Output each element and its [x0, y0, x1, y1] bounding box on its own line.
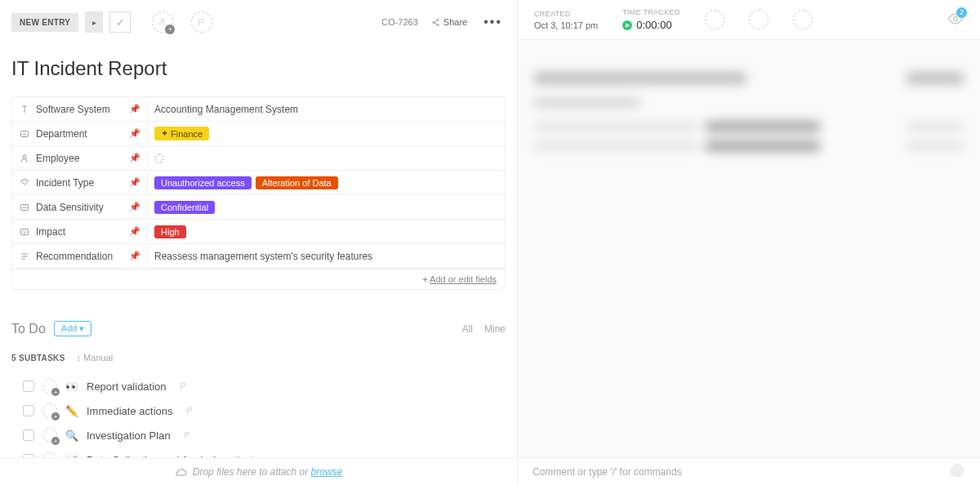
assignee-add[interactable]: + — [152, 11, 173, 33]
subtask-emoji-icon: 👀 — [65, 380, 78, 393]
flag-icon[interactable] — [184, 431, 192, 439]
custom-fields: Software System📌 Accounting Management S… — [11, 96, 506, 290]
person-icon — [19, 153, 30, 164]
subtask-row[interactable]: 👀 Report validation — [11, 374, 506, 398]
priority-set[interactable] — [191, 11, 212, 33]
filter-mine[interactable]: Mine — [484, 323, 506, 335]
attachment-dropzone[interactable]: Drop files here to attach or browse — [0, 458, 517, 485]
pin-icon[interactable]: 📌 — [129, 226, 140, 237]
send-icon[interactable] — [949, 462, 965, 481]
complete-button[interactable]: ✓ — [109, 11, 131, 33]
field-label: Software System — [36, 104, 110, 115]
subtasks-list: 👀 Report validation ✏️ Immediate actions… — [11, 374, 506, 457]
tracked-value: 0:00:00 — [636, 19, 671, 31]
pin-icon[interactable]: 📌 — [129, 104, 140, 114]
assignee-add-mini[interactable] — [42, 428, 57, 443]
svg-rect-7 — [21, 229, 29, 234]
sort-control[interactable]: ↕ Manual — [77, 353, 114, 363]
subtask-emoji-icon: 🔍 — [65, 429, 78, 442]
flag-icon — [198, 18, 207, 27]
created-label: CREATED — [534, 10, 598, 18]
svg-point-1 — [437, 19, 439, 20]
pin-icon[interactable]: 📌 — [129, 177, 140, 188]
add-subtask-button[interactable]: Add ▾ — [54, 321, 92, 336]
pin-icon[interactable]: 📌 — [129, 202, 140, 212]
subtask-name: Immediate actions — [87, 405, 173, 417]
recommendation-value[interactable]: Reassess management system's security fe… — [147, 247, 505, 266]
svg-rect-4 — [21, 131, 29, 136]
field-label: Department — [36, 128, 87, 140]
activity-panel — [518, 40, 980, 194]
field-label: Incident Type — [36, 177, 94, 189]
svg-point-0 — [161, 19, 164, 22]
incident-type-value[interactable]: Unauthorized accessAlteration of Data — [147, 172, 505, 194]
tracked-label: TIME TRACKED — [622, 8, 679, 16]
cloud-icon — [175, 465, 188, 478]
svg-rect-6 — [21, 204, 29, 210]
assignee-add-mini[interactable] — [42, 379, 57, 394]
dropdown-icon — [19, 202, 30, 213]
field-label: Data Sensitivity — [36, 202, 104, 213]
new-entry-button[interactable]: NEW ENTRY — [11, 13, 78, 32]
tag-icon — [19, 177, 30, 189]
software-system-value[interactable]: Accounting Management System — [147, 100, 505, 119]
subtask-name: Report validation — [87, 380, 167, 393]
text-icon — [19, 104, 30, 115]
svg-point-3 — [437, 24, 439, 25]
subtask-row[interactable]: 🔍 Investigation Plan — [11, 423, 506, 447]
checkbox[interactable] — [23, 380, 34, 392]
right-header: CREATED Oct 3, 10:17 pm TIME TRACKED ▶0:… — [518, 0, 980, 40]
svg-point-2 — [433, 21, 434, 23]
subtask-row[interactable]: ✏️ Immediate actions — [11, 398, 506, 423]
task-id: CO-7263 — [381, 17, 418, 27]
comment-input[interactable]: Comment or type '/' for commands — [532, 466, 682, 478]
flag-icon[interactable] — [180, 382, 188, 390]
svg-point-5 — [23, 155, 26, 158]
subtask-row[interactable]: 📊 Data Collection and Analysis — [11, 447, 506, 457]
subtask-name: Investigation Plan — [87, 429, 171, 442]
text-icon — [19, 251, 30, 262]
subtasks-count: 5 SUBTASKS — [11, 354, 65, 363]
subtask-emoji-icon: ✏️ — [65, 405, 78, 417]
checkbox[interactable] — [23, 405, 34, 416]
field-label: Recommendation — [36, 251, 113, 262]
share-button[interactable]: Share — [425, 14, 474, 30]
pin-icon[interactable]: 📌 — [129, 153, 140, 163]
share-icon — [431, 18, 440, 27]
field-label: Impact — [36, 226, 65, 238]
dropdown-icon — [19, 226, 30, 238]
impact-value[interactable]: High — [147, 221, 505, 242]
timer-action[interactable] — [705, 10, 724, 29]
dropdown-icon — [19, 128, 30, 140]
employee-value[interactable] — [147, 149, 505, 167]
toolbar: NEW ENTRY ▸ ✓ + CO-7263 Share ••• — [11, 11, 506, 33]
field-label: Employee — [36, 153, 79, 164]
pin-icon[interactable]: 📌 — [129, 251, 140, 261]
todo-title: To Do — [11, 322, 46, 336]
filter-all[interactable]: All — [462, 323, 473, 335]
browse-link[interactable]: browse — [311, 466, 343, 478]
timer-action[interactable] — [749, 10, 768, 29]
pin-icon[interactable]: 📌 — [129, 128, 140, 139]
page-title: IT Incident Report — [11, 57, 506, 80]
timer-action[interactable] — [793, 10, 813, 29]
more-menu[interactable]: ••• — [480, 15, 506, 29]
assignee-add-mini[interactable] — [42, 403, 57, 418]
loading-icon — [154, 154, 164, 163]
checkbox[interactable] — [23, 429, 34, 441]
department-value[interactable]: ✦ Finance — [147, 122, 505, 145]
notification-badge: 2 — [956, 7, 967, 18]
created-value: Oct 3, 10:17 pm — [534, 20, 598, 30]
new-entry-dropdown[interactable]: ▸ — [85, 11, 103, 33]
svg-point-8 — [954, 16, 958, 20]
add-edit-fields[interactable]: + Add or edit fields — [12, 269, 505, 289]
flag-icon[interactable] — [186, 407, 194, 415]
play-icon[interactable]: ▶ — [622, 20, 632, 30]
sensitivity-value[interactable]: Confidential — [147, 197, 505, 218]
notifications[interactable]: 2 — [947, 11, 964, 29]
